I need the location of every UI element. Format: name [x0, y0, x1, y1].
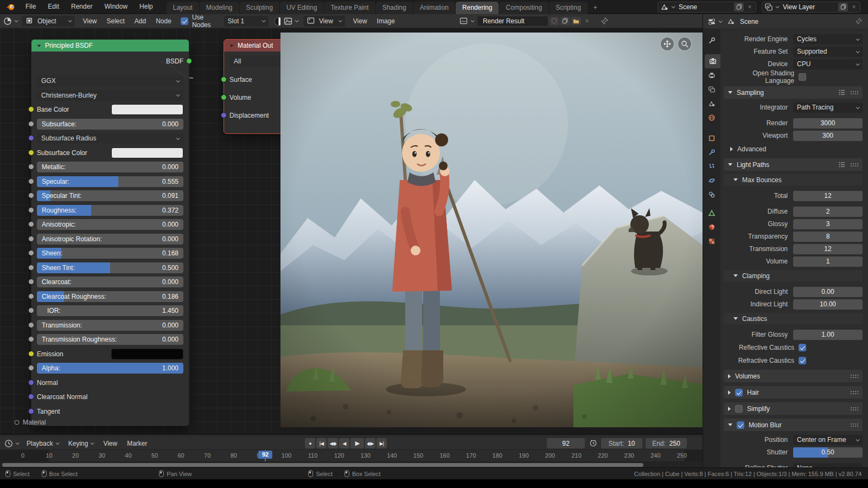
- input-socket-transmission[interactable]: [28, 322, 34, 328]
- transmission-field[interactable]: 12: [793, 244, 863, 254]
- menu-help[interactable]: Help: [133, 0, 159, 14]
- node-row-specular[interactable]: Specular:0.555: [37, 176, 183, 187]
- properties-tab-modifiers[interactable]: [703, 145, 720, 159]
- close-scene-icon[interactable]: ×: [745, 3, 755, 11]
- diffuse-field[interactable]: 2: [793, 207, 863, 217]
- properties-tab-physics[interactable]: [703, 174, 720, 188]
- collapse-icon[interactable]: [733, 178, 738, 181]
- panel-header-light-paths[interactable]: Light Paths: [724, 158, 863, 171]
- node-row-subsurface[interactable]: Subsurface:0.000: [37, 119, 183, 130]
- panel-header-volumes[interactable]: Volumes: [724, 370, 863, 382]
- refractive-caustics-checkbox[interactable]: [799, 357, 806, 364]
- input-socket-alpha[interactable]: [28, 365, 34, 371]
- copy-scene-icon[interactable]: [734, 3, 744, 11]
- node-row-subsurface-radius[interactable]: Subsurface Radius: [37, 133, 183, 144]
- node-row-sheen-tint[interactable]: Sheen Tint:0.500: [37, 262, 183, 273]
- collapse-icon[interactable]: [733, 274, 738, 277]
- collapse-icon[interactable]: [733, 317, 738, 320]
- position-dropdown[interactable]: Center on Frame: [793, 435, 863, 445]
- node-row-normal[interactable]: Normal: [37, 377, 183, 388]
- integrator-dropdown[interactable]: Path Tracing: [793, 102, 863, 113]
- rolling-shutter-dropdown[interactable]: None: [793, 463, 863, 468]
- node-row-metallic[interactable]: Metallic:0.000: [37, 162, 183, 172]
- input-socket-subsurface-color[interactable]: [28, 150, 34, 156]
- image-menu-image[interactable]: Image: [372, 17, 400, 25]
- scene-selector[interactable]: Scene ×: [658, 2, 756, 12]
- node-row-transmission-roughness[interactable]: Transmission Roughness:0.000: [37, 334, 183, 345]
- node-row-christensen-burley[interactable]: Christensen-Burley: [37, 90, 183, 101]
- slider-anisotropic-rotation[interactable]: Anisotropic Rotation:0.000: [37, 234, 183, 245]
- zoom-view-gizmo[interactable]: [678, 37, 692, 51]
- node-row-ggx[interactable]: GGX: [37, 75, 183, 86]
- menu-edit[interactable]: Edit: [42, 0, 65, 14]
- slider-sheen-tint[interactable]: Sheen Tint:0.500: [37, 262, 183, 273]
- workspace-tab-scripting[interactable]: Scripting: [549, 2, 588, 14]
- slider-clearcoat-roughness[interactable]: Clearcoat Roughness:0.186: [37, 291, 183, 302]
- shader-menu-node[interactable]: Node: [151, 17, 176, 25]
- record-button[interactable]: ●: [305, 438, 315, 448]
- transparency-field[interactable]: 8: [793, 232, 863, 242]
- input-socket-specular-tint[interactable]: [28, 192, 34, 198]
- timeline-menu-marker[interactable]: Marker: [122, 440, 152, 447]
- pin-icon[interactable]: [601, 17, 609, 25]
- pan-view-gizmo[interactable]: [660, 37, 674, 51]
- image-menu-view[interactable]: View: [348, 17, 372, 25]
- timeline-ruler[interactable]: 0102030405060708090100110120130140150160…: [0, 450, 703, 461]
- workspace-tab-texture-paint[interactable]: Texture Paint: [324, 2, 375, 14]
- properties-tab-world[interactable]: [703, 111, 720, 125]
- glossy-field[interactable]: 3: [793, 219, 863, 229]
- frame-start-field[interactable]: Start:10: [601, 438, 642, 448]
- filter-glossy-field[interactable]: 1.00: [793, 330, 863, 340]
- node-row-anisotropic[interactable]: Anisotropic:0.000: [37, 219, 183, 230]
- playhead-frame-badge[interactable]: 92: [258, 451, 272, 459]
- use-nodes-checkbox[interactable]: [181, 17, 188, 25]
- slider-anisotropic[interactable]: Anisotropic:0.000: [37, 219, 183, 230]
- timeline-scrollbar[interactable]: [2, 463, 643, 467]
- open-shading-language-checkbox[interactable]: [799, 73, 806, 81]
- output-input-volume[interactable]: Volume: [229, 92, 280, 103]
- input-socket-clearcoat-roughness[interactable]: [28, 293, 34, 299]
- copy-view-layer-icon[interactable]: [838, 3, 848, 11]
- next-keyframe-button[interactable]: ◆▶: [365, 438, 375, 448]
- input-socket-transmission-roughness[interactable]: [28, 336, 34, 342]
- collapse-icon[interactable]: [728, 163, 732, 166]
- node-row-clearcoat-roughness[interactable]: Clearcoat Roughness:0.186: [37, 291, 183, 302]
- slot-dropdown[interactable]: Slot 1: [224, 16, 269, 27]
- blender-logo-icon[interactable]: [5, 3, 15, 11]
- slider-clearcoat[interactable]: Clearcoat:0.000: [37, 277, 183, 287]
- properties-tab-particles[interactable]: [703, 159, 720, 174]
- input-socket-clearcoat-normal[interactable]: [28, 394, 34, 400]
- total-field[interactable]: 12: [793, 191, 863, 201]
- properties-tab-view-layer[interactable]: [703, 82, 720, 97]
- pin-icon[interactable]: [855, 17, 864, 26]
- slider-sheen[interactable]: Sheen:0.168: [37, 248, 183, 259]
- target-dropdown[interactable]: All: [229, 56, 280, 67]
- node-row-specular-tint[interactable]: Specular Tint:0.091: [37, 190, 183, 201]
- node-row-emission[interactable]: Emission: [37, 349, 183, 359]
- slider-alpha[interactable]: Alpha:1.000: [37, 363, 183, 374]
- properties-tab-tool[interactable]: [703, 34, 720, 48]
- panel-header-motion-blur[interactable]: Motion Blur: [724, 419, 863, 431]
- subpanel-header-caustics[interactable]: Caustics: [724, 313, 863, 324]
- input-socket-sheen-tint[interactable]: [28, 265, 34, 271]
- workspace-tab-compositing[interactable]: Compositing: [499, 2, 548, 14]
- previous-keyframe-button[interactable]: ◀◆: [328, 438, 338, 448]
- node-row-anisotropic-rotation[interactable]: Anisotropic Rotation:0.000: [37, 234, 183, 245]
- unlink-image-icon[interactable]: ×: [582, 17, 592, 25]
- dropdown-ggx[interactable]: GGX: [37, 75, 183, 86]
- workspace-tab-uv-editing[interactable]: UV Editing: [280, 2, 324, 14]
- menu-render[interactable]: Render: [65, 0, 98, 14]
- subpanel-header-clamping[interactable]: Clamping: [724, 270, 863, 281]
- frame-end-field[interactable]: End:250: [646, 438, 687, 448]
- editor-type-icon[interactable]: [3, 17, 12, 25]
- workspace-tab-shading[interactable]: Shading: [376, 2, 413, 14]
- input-socket-anisotropic[interactable]: [28, 221, 34, 227]
- collapse-icon[interactable]: [728, 407, 731, 411]
- shutter-slider[interactable]: 0.50: [793, 447, 863, 458]
- workspace-tab-animation[interactable]: Animation: [413, 2, 455, 14]
- direct-light-field[interactable]: 0.00: [793, 287, 863, 297]
- node-row-clearcoat[interactable]: Clearcoat:0.000: [37, 277, 183, 287]
- current-frame-field[interactable]: 92: [547, 438, 585, 448]
- properties-tab-constraints[interactable]: [703, 188, 720, 202]
- shader-menu-view[interactable]: View: [78, 17, 102, 25]
